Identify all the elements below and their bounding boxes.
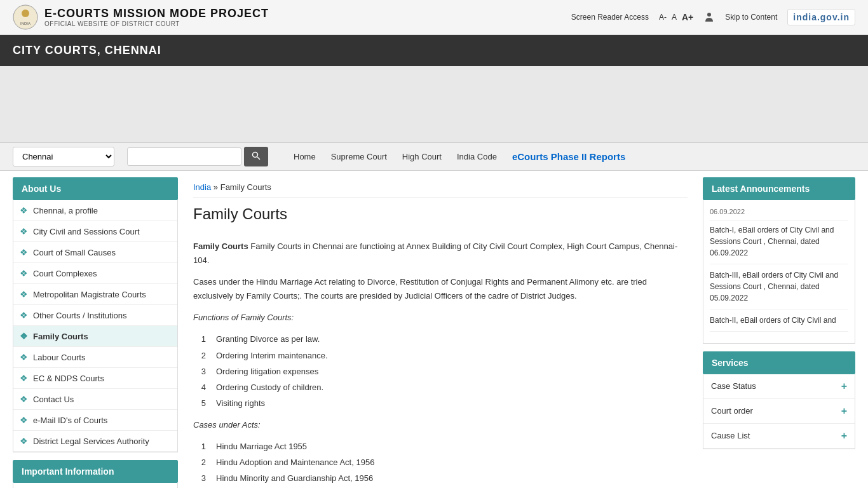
sidebar: About Us ❖ Chennai, a profile ❖ City Civ… (13, 177, 178, 488)
logo-title: E-COURTS MISSION MODE PROJECT (44, 7, 269, 20)
skip-content-link[interactable]: Skip to Content (725, 13, 777, 22)
services-list: Case Status + Court order + Cause List + (703, 374, 855, 449)
sidebar-item-dlsa[interactable]: ❖ District Legal Services Authority (13, 431, 177, 451)
breadcrumb-current: Family Courts (220, 182, 271, 192)
nav-high-court[interactable]: High Court (402, 152, 442, 161)
nav-ecourts[interactable]: eCourts Phase II Reports (512, 151, 625, 162)
services-title: Services (703, 351, 855, 374)
list-item: ❖ e-Mail ID's of Courts (13, 410, 177, 431)
screen-reader-label[interactable]: Screen Reader Access (571, 13, 649, 22)
sidebar-item-family-courts[interactable]: ❖ Family Courts (13, 326, 177, 346)
important-info-menu: ❖ Welfare Schemes in the... (13, 483, 178, 488)
service-case-status[interactable]: Case Status + (703, 374, 855, 399)
about-us-title: About Us (13, 177, 178, 200)
nav-bar: ChennaiMumbaiDelhiKolkata Home Supreme C… (0, 142, 868, 171)
list-item: 4 Ordering Custody of children. (193, 381, 688, 395)
announcements-title: Latest Announcements (703, 177, 855, 200)
logo-text: E-COURTS MISSION MODE PROJECT OFFICIAL W… (44, 7, 269, 27)
sidebar-item-labour-courts[interactable]: ❖ Labour Courts (13, 347, 177, 367)
list-item: ❖ Court of Small Causes (13, 242, 177, 263)
diamond-icon: ❖ (20, 394, 28, 404)
list-item: 1 Granting Divorce as per law. (193, 332, 688, 346)
list-item: 3 Hindu Minority and Guardianship Act, 1… (193, 471, 688, 485)
announcement-date: 06.09.2022 (710, 207, 848, 220)
service-label: Case Status (711, 381, 756, 391)
sidebar-item-small-causes[interactable]: ❖ Court of Small Causes (13, 242, 177, 262)
svg-line-5 (257, 157, 260, 159)
sidebar-item-ec-ndps[interactable]: ❖ EC & NDPS Courts (13, 368, 177, 388)
list-item: ❖ City Civil and Sessions Court (13, 221, 177, 242)
diamond-icon: ❖ (20, 205, 28, 215)
content-para2: Cases under the Hindu Marriage Act relat… (193, 275, 688, 303)
accessibility-icon (703, 11, 715, 23)
sidebar-item-chennai-profile[interactable]: ❖ Chennai, a profile (13, 200, 177, 220)
font-decrease-btn[interactable]: A- (659, 13, 667, 22)
svg-point-3 (707, 13, 711, 17)
content-text: Family Courts Family Courts in Chennai a… (193, 240, 688, 488)
functions-heading: Functions of Family Courts: (193, 311, 688, 325)
list-item: ❖ EC & NDPS Courts (13, 368, 177, 389)
top-right: Screen Reader Access A- A A+ Skip to Con… (571, 9, 855, 25)
font-increase-btn[interactable]: A+ (682, 12, 693, 22)
city-select[interactable]: ChennaiMumbaiDelhiKolkata (13, 147, 114, 166)
logo-subtitle: OFFICIAL WEBSITE OF DISTRICT COURT (44, 20, 269, 27)
announcement-item: Batch-III, eBail orders of City Civil an… (710, 269, 848, 309)
acts-heading: Cases under Acts: (193, 418, 688, 432)
sidebar-item-welfare[interactable]: ❖ Welfare Schemes in the... (13, 483, 177, 488)
font-default-btn[interactable]: A (672, 13, 677, 22)
service-cause-list[interactable]: Cause List + (703, 424, 855, 449)
sidebar-item-email-ids[interactable]: ❖ e-Mail ID's of Courts (13, 410, 177, 430)
announcement-link-1[interactable]: Batch-I, eBail orders of City Civil and … (710, 226, 834, 257)
breadcrumb-home[interactable]: India (193, 182, 211, 192)
list-item: ❖ Labour Courts (13, 347, 177, 368)
diamond-icon: ❖ (20, 226, 28, 236)
sidebar-item-court-complexes[interactable]: ❖ Court Complexes (13, 263, 177, 283)
sidebar-item-other-courts[interactable]: ❖ Other Courts / Institutions (13, 305, 177, 325)
diamond-icon: ❖ (20, 331, 28, 341)
nav-links: Home Supreme Court High Court India Code… (294, 151, 625, 162)
list-item: ❖ Welfare Schemes in the... (13, 483, 177, 488)
logo-area: INDIA E-COURTS MISSION MODE PROJECT OFFI… (13, 4, 269, 30)
nav-india-code[interactable]: India Code (457, 152, 497, 161)
announcement-item: Batch-I, eBail orders of City Civil and … (710, 224, 848, 264)
sidebar-item-city-civil[interactable]: ❖ City Civil and Sessions Court (13, 221, 177, 241)
service-label: Cause List (711, 431, 750, 440)
service-label: Court order (711, 406, 753, 416)
page-title: Family Courts (193, 205, 688, 227)
important-info-title: Important Information (13, 460, 178, 483)
content-intro: Family Courts Family Courts in Chennai a… (193, 240, 688, 268)
search-area (127, 147, 268, 166)
announcement-item: Batch-II, eBail orders of City Civil and (710, 315, 848, 332)
expand-icon: + (841, 405, 847, 417)
accessibility-links: A- A A+ (659, 12, 693, 22)
service-court-order[interactable]: Court order + (703, 399, 855, 424)
india-gov-logo[interactable]: india.gov.in (787, 9, 855, 25)
announcement-link-2[interactable]: Batch-III, eBail orders of City Civil an… (710, 271, 838, 302)
search-icon (252, 151, 261, 160)
expand-icon: + (841, 430, 847, 442)
search-button[interactable] (244, 147, 268, 166)
sidebar-item-contact-us[interactable]: ❖ Contact Us (13, 389, 177, 409)
top-header: INDIA E-COURTS MISSION MODE PROJECT OFFI… (0, 0, 868, 35)
search-input[interactable] (127, 147, 241, 166)
list-item: ❖ Other Courts / Institutions (13, 305, 177, 326)
list-item: 1 Hindu Marriage Act 1955 (193, 440, 688, 454)
announcement-link-3[interactable]: Batch-II, eBail orders of City Civil and (710, 316, 836, 325)
list-item: ❖ District Legal Services Authority (13, 431, 177, 452)
breadcrumb: India » Family Courts (193, 177, 688, 198)
nav-home[interactable]: Home (294, 152, 316, 161)
diamond-icon: ❖ (20, 415, 28, 425)
list-item: 3 Ordering litigation expenses (193, 365, 688, 379)
india-gov-text: india.gov.in (793, 12, 850, 22)
banner-area (0, 66, 868, 142)
diamond-icon: ❖ (20, 310, 28, 320)
nav-supreme-court[interactable]: Supreme Court (331, 152, 387, 161)
sidebar-item-metro-magistrate[interactable]: ❖ Metropolitan Magistrate Courts (13, 284, 177, 304)
site-title: CITY COURTS, CHENNAI (13, 44, 855, 57)
expand-icon: + (841, 381, 847, 392)
acts-list: 1 Hindu Marriage Act 1955 2 Hindu Adopti… (193, 440, 688, 488)
svg-text:INDIA: INDIA (20, 22, 31, 25)
svg-point-4 (253, 152, 258, 158)
list-item: ❖ Court Complexes (13, 263, 177, 284)
diamond-icon: ❖ (20, 436, 28, 446)
